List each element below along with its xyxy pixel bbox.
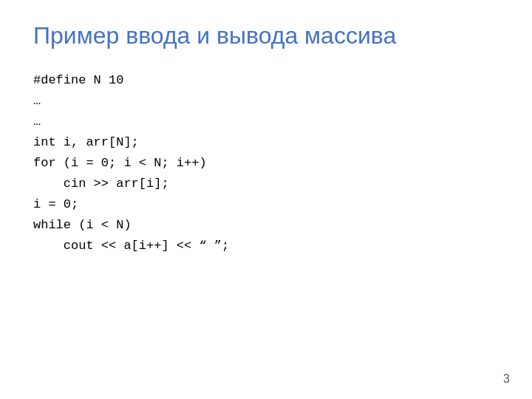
page-number: 3 — [503, 372, 510, 386]
code-line-2: … — [33, 91, 499, 112]
code-line-3: … — [33, 112, 499, 132]
code-line-8: while (i < N) — [33, 215, 499, 236]
code-line-4: int i, arr[N]; — [33, 132, 499, 153]
slide-title: Пример ввода и вывода массива — [33, 22, 499, 50]
code-line-9: cout << a[i++] << “ ”; — [33, 236, 499, 256]
slide: Пример ввода и вывода массива #define N … — [0, 0, 532, 399]
code-line-1: #define N 10 — [33, 70, 499, 91]
code-line-5: for (i = 0; i < N; i++) — [33, 153, 499, 174]
code-line-6: cin >> arr[i]; — [33, 174, 499, 194]
code-block: #define N 10 … … int i, arr[N]; for (i =… — [33, 70, 499, 256]
code-line-7: i = 0; — [33, 194, 499, 215]
